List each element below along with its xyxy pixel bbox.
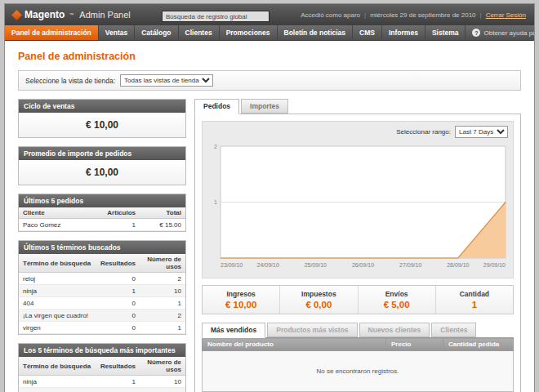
last-search-terms-title: Últimos 5 términos buscados [19,241,185,254]
brand-suffix: Admin Panel [79,10,130,20]
cell: 404 [19,297,96,310]
nav-item-catalogo[interactable]: Catálogo [135,25,178,40]
magento-logo-icon [11,10,22,20]
col-precio: Precio [386,338,443,351]
cell: 0 [96,322,140,334]
top-search-terms-body: ninja110reloj02¡La virgen que cuadro!024… [19,376,185,392]
last-search-terms-table: Término de búsqueda Resultados Número de… [19,254,185,334]
cell: 1 [140,297,185,310]
nav-item-clientes[interactable]: Clientes [179,25,220,40]
nav-item-promociones[interactable]: Promociones [220,25,278,40]
svg-text:2: 2 [214,144,217,149]
col-resultados: Resultados [96,254,140,273]
svg-text:28/09/10: 28/09/10 [447,262,469,268]
lifetime-sales-title: Ciclo de ventas [19,100,185,113]
total-ingresos: Ingresos € 10,00 [203,286,279,314]
get-help-link[interactable]: ? Obtener ayuda para esta página [466,25,535,40]
cell: Paco Gomez [19,219,103,231]
table-header-row: Cliente Artículos Total [19,207,185,219]
col-nombre-producto: Nombre del producto [203,338,386,351]
col-cantidad-pedida: Cantidad pedida [443,338,514,351]
logged-in-as: Accedió como aparo [301,11,360,19]
col-numero-usos: Número de usos [140,254,185,273]
col-termino: Término de búsqueda [19,254,96,273]
range-select[interactable]: Last 7 Days [455,126,508,138]
total-envios: Envíos € 5,00 [358,286,435,314]
nav-item-sistema[interactable]: Sistema [425,25,466,40]
global-search [162,7,270,23]
col-articulos: Artículos [103,207,140,219]
average-orders-box: Promedio de importe de pedidos € 10,00 [18,146,186,185]
range-label: Seleccionar rango: [396,128,451,136]
svg-text:1: 1 [214,199,217,205]
col-cliente: Cliente [19,207,103,219]
table-row[interactable]: reloj02 [19,273,185,285]
logout-link[interactable]: Cerrar Sesión [486,11,526,19]
tab-productos-mas-vistos[interactable]: Productos más vistos [267,323,357,337]
user-area: Accedió como aparo | miércoles 29 de sep… [301,11,526,19]
dashboard-main: Ciclo de ventas € 10,00 Promedio de impo… [18,99,521,392]
get-help-label: Obtener ayuda para esta página [483,29,535,37]
svg-text:23/09/10: 23/09/10 [220,262,243,268]
total-value: € 0,00 [283,300,354,310]
nav-item-boletin[interactable]: Boletín de noticias [278,25,354,40]
cell: ¡La virgen que cuadro! [19,310,96,322]
table-header-row: Término de búsqueda Resultados Número de… [19,357,185,376]
last-orders-table: Cliente Artículos Total Paco Gomez1€ 15.… [19,207,185,231]
nav-item-informes[interactable]: Informes [382,25,425,40]
svg-text:29/09/10: 29/09/10 [483,262,506,268]
orders-chart: 1223/09/1024/09/1025/09/1026/09/1027/09/… [207,141,508,270]
separator: | [364,11,366,19]
separator: | [480,11,482,19]
bestsellers-grid: Nombre del producto Precio Cantidad pedi… [202,337,514,392]
store-switcher-bar: Seleccione la vista de tienda: Todas las… [18,70,521,91]
cell: € 15.00 [140,219,185,231]
total-label: Envíos [362,290,432,298]
lifetime-sales-value: € 10,00 [19,113,185,137]
cell: 1 [140,322,185,334]
brand-trademark: ™ [69,12,74,17]
svg-text:25/09/10: 25/09/10 [305,262,327,268]
table-row[interactable]: virgen01 [19,322,185,334]
table-row[interactable]: 40401 [19,297,185,310]
cell: virgen [19,322,96,334]
table-row[interactable]: Paco Gomez1€ 15.00 [19,219,185,231]
cell: 10 [140,376,185,388]
table-row[interactable]: reloj02 [19,388,185,392]
tab-nuevos-clientes[interactable]: Nuevos clientes [359,323,430,337]
svg-text:26/09/10: 26/09/10 [352,262,374,268]
tab-mas-vendidos[interactable]: Más vendidos [202,323,265,338]
tab-importes[interactable]: Importes [241,99,288,114]
nav-item-ventas[interactable]: Ventas [99,25,135,40]
cell: 0 [96,297,140,310]
table-row[interactable]: ninja110 [19,376,185,388]
cell: 0 [96,388,140,392]
magento-admin-window: Magento ™ Admin Panel Accedió como aparo… [4,3,535,392]
col-total: Total [140,207,185,219]
brand-name: Magento [24,9,65,20]
cell: 1 [96,285,140,297]
help-icon: ? [472,29,480,37]
col-numero-usos: Número de usos [140,357,185,376]
table-row[interactable]: ¡La virgen que cuadro!02 [19,310,185,322]
page-title: Panel de administración [18,51,521,62]
cell: 1 [103,219,140,231]
dashboard-maincol: Pedidos Importes Seleccionar rango: Last… [194,99,521,392]
dashboard-sidebar: Ciclo de ventas € 10,00 Promedio de impo… [18,99,186,392]
cell: 10 [140,285,185,297]
table-row[interactable]: ninja110 [19,285,185,297]
top-search-terms-box: Los 5 términos de búsqueda más important… [18,343,186,392]
last-orders-title: Últimos 5 pedidos [19,194,185,207]
grid-empty-message: No se encontraron registros. [203,351,514,392]
nav-item-dashboard[interactable]: Panel de administración [5,25,99,40]
tab-clientes[interactable]: Clientes [431,323,476,337]
global-search-input[interactable] [162,11,270,22]
brand: Magento ™ Admin Panel [13,9,131,20]
store-view-select[interactable]: Todas las vistas de tienda [120,74,213,87]
cell: ninja [19,376,96,388]
nav-item-cms[interactable]: CMS [353,25,382,40]
tab-pedidos[interactable]: Pedidos [194,99,239,114]
top-search-terms-title: Los 5 términos de búsqueda más important… [19,344,185,357]
total-impuestos: Impuestos € 0,00 [279,286,357,314]
last-search-terms-box: Últimos 5 términos buscados Término de b… [18,240,186,335]
